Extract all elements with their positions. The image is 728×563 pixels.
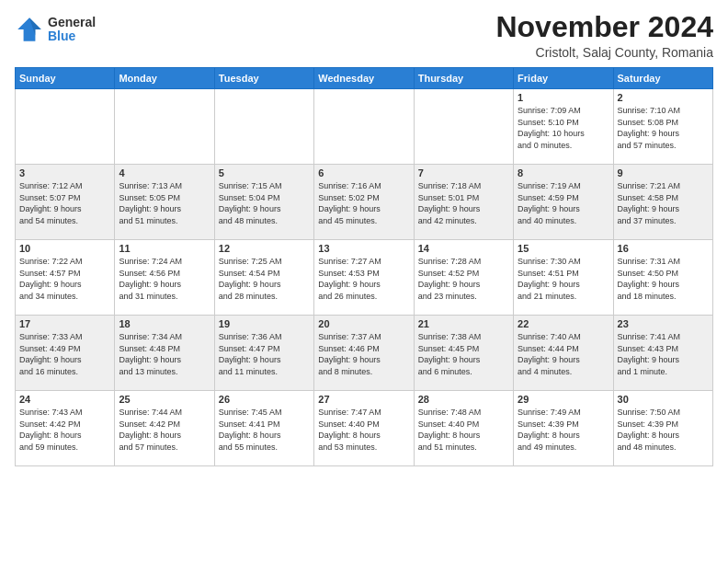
table-row: 25Sunrise: 7:44 AMSunset: 4:42 PMDayligh… <box>115 391 214 466</box>
day-number: 6 <box>318 167 409 178</box>
table-row <box>214 89 313 165</box>
day-info-line: Sunset: 5:08 PM <box>618 118 679 127</box>
day-info-line: and 18 minutes. <box>618 292 677 301</box>
day-info-line: Daylight: 9 hours <box>219 355 281 364</box>
day-info-line: Sunset: 4:52 PM <box>418 269 480 278</box>
day-info-line: Sunrise: 7:19 AM <box>518 181 581 190</box>
header: General Blue November 2024 Cristolt, Sal… <box>15 11 713 60</box>
day-info-line: Sunrise: 7:38 AM <box>418 332 482 341</box>
day-info: Sunrise: 7:33 AMSunset: 4:49 PMDaylight:… <box>19 331 110 377</box>
table-row: 29Sunrise: 7:49 AMSunset: 4:39 PMDayligh… <box>514 391 613 466</box>
day-info-line: and 6 minutes. <box>418 367 472 376</box>
day-number: 16 <box>618 243 709 254</box>
day-info-line: Daylight: 8 hours <box>19 431 82 440</box>
location: Cristolt, Salaj County, Romania <box>495 45 713 60</box>
day-number: 7 <box>418 167 509 178</box>
day-info-line: Sunset: 4:43 PM <box>618 344 679 353</box>
day-info-line: and 31 minutes. <box>119 292 177 301</box>
day-info-line: Daylight: 9 hours <box>318 204 381 213</box>
table-row: 17Sunrise: 7:33 AMSunset: 4:49 PMDayligh… <box>16 316 115 391</box>
day-info-line: Daylight: 9 hours <box>518 355 580 364</box>
day-info-line: and 48 minutes. <box>219 216 278 225</box>
day-info-line: Sunrise: 7:33 AM <box>19 332 83 341</box>
day-number: 10 <box>19 243 110 254</box>
day-info-line: Sunrise: 7:12 AM <box>19 181 83 190</box>
day-info-line: Sunset: 4:56 PM <box>119 269 180 278</box>
day-number: 15 <box>518 243 609 254</box>
day-number: 19 <box>219 318 310 329</box>
calendar-row: 3Sunrise: 7:12 AMSunset: 5:07 PMDaylight… <box>16 165 713 240</box>
day-info: Sunrise: 7:18 AMSunset: 5:01 PMDaylight:… <box>418 180 509 226</box>
day-info-line: Daylight: 9 hours <box>518 280 580 289</box>
day-info-line: Sunset: 4:45 PM <box>418 344 480 353</box>
day-info-line: Sunset: 4:48 PM <box>119 344 180 353</box>
day-info-line: Sunrise: 7:41 AM <box>618 332 681 341</box>
col-thursday: Thursday <box>414 68 513 89</box>
day-info-line: Daylight: 9 hours <box>518 204 580 213</box>
header-row: Sunday Monday Tuesday Wednesday Thursday… <box>16 68 713 89</box>
day-info-line: Sunset: 4:40 PM <box>318 419 380 429</box>
day-info: Sunrise: 7:19 AMSunset: 4:59 PMDaylight:… <box>518 180 609 226</box>
day-info-line: Sunset: 4:53 PM <box>318 269 380 278</box>
day-info-line: Sunrise: 7:47 AM <box>318 408 381 417</box>
day-info-line: and 11 minutes. <box>219 367 278 376</box>
day-info-line: Daylight: 8 hours <box>119 431 181 440</box>
table-row: 12Sunrise: 7:25 AMSunset: 4:54 PMDayligh… <box>214 240 313 316</box>
day-number: 1 <box>518 92 609 103</box>
day-info-line: Sunrise: 7:37 AM <box>318 332 381 341</box>
day-info-line: Daylight: 9 hours <box>119 204 181 213</box>
day-info-line: and 13 minutes. <box>119 367 177 376</box>
day-info-line: Daylight: 9 hours <box>19 204 82 213</box>
table-row: 14Sunrise: 7:28 AMSunset: 4:52 PMDayligh… <box>414 240 513 316</box>
day-info-line: Sunset: 4:42 PM <box>119 419 180 429</box>
table-row: 13Sunrise: 7:27 AMSunset: 4:53 PMDayligh… <box>314 240 414 316</box>
day-info-line: Sunrise: 7:34 AM <box>119 332 182 341</box>
day-info-line: Sunset: 4:51 PM <box>518 269 579 278</box>
day-number: 20 <box>318 318 409 329</box>
day-info-line: and 49 minutes. <box>518 442 576 452</box>
table-row: 19Sunrise: 7:36 AMSunset: 4:47 PMDayligh… <box>214 316 313 391</box>
day-info: Sunrise: 7:48 AMSunset: 4:40 PMDaylight:… <box>418 407 509 453</box>
day-info: Sunrise: 7:30 AMSunset: 4:51 PMDaylight:… <box>518 256 609 302</box>
day-info-line: Sunrise: 7:50 AM <box>618 408 681 417</box>
day-info: Sunrise: 7:37 AMSunset: 4:46 PMDaylight:… <box>318 331 409 377</box>
day-info-line: Sunrise: 7:09 AM <box>518 106 581 115</box>
day-number: 29 <box>518 394 609 405</box>
table-row: 1Sunrise: 7:09 AMSunset: 5:10 PMDaylight… <box>514 89 613 165</box>
calendar-row: 1Sunrise: 7:09 AMSunset: 5:10 PMDaylight… <box>16 89 713 165</box>
day-info-line: Sunset: 5:04 PM <box>219 193 280 202</box>
calendar-row: 17Sunrise: 7:33 AMSunset: 4:49 PMDayligh… <box>16 316 713 391</box>
day-number: 18 <box>119 318 210 329</box>
day-info-line: and 0 minutes. <box>518 141 572 150</box>
day-number: 12 <box>219 243 310 254</box>
day-info-line: Daylight: 9 hours <box>418 280 481 289</box>
day-info-line: Sunset: 4:54 PM <box>219 269 280 278</box>
day-info-line: and 53 minutes. <box>318 442 377 452</box>
calendar-row: 24Sunrise: 7:43 AMSunset: 4:42 PMDayligh… <box>16 391 713 466</box>
day-info-line: Daylight: 9 hours <box>618 280 680 289</box>
day-info-line: and 26 minutes. <box>318 292 377 301</box>
day-info-line: and 4 minutes. <box>518 367 572 376</box>
table-row: 9Sunrise: 7:21 AMSunset: 4:58 PMDaylight… <box>613 165 712 240</box>
table-row: 16Sunrise: 7:31 AMSunset: 4:50 PMDayligh… <box>613 240 712 316</box>
day-number: 5 <box>219 167 310 178</box>
day-info-line: and 51 minutes. <box>418 442 477 452</box>
day-number: 24 <box>19 394 110 405</box>
table-row: 27Sunrise: 7:47 AMSunset: 4:40 PMDayligh… <box>314 391 414 466</box>
day-info: Sunrise: 7:40 AMSunset: 4:44 PMDaylight:… <box>518 331 609 377</box>
day-info-line: and 57 minutes. <box>119 442 177 452</box>
day-info: Sunrise: 7:21 AMSunset: 4:58 PMDaylight:… <box>618 180 709 226</box>
day-number: 17 <box>19 318 110 329</box>
day-info-line: Sunrise: 7:16 AM <box>318 181 381 190</box>
table-row: 4Sunrise: 7:13 AMSunset: 5:05 PMDaylight… <box>115 165 214 240</box>
day-number: 22 <box>518 318 609 329</box>
day-info: Sunrise: 7:25 AMSunset: 4:54 PMDaylight:… <box>219 256 310 302</box>
day-info: Sunrise: 7:38 AMSunset: 4:45 PMDaylight:… <box>418 331 509 377</box>
table-row: 20Sunrise: 7:37 AMSunset: 4:46 PMDayligh… <box>314 316 414 391</box>
day-info: Sunrise: 7:34 AMSunset: 4:48 PMDaylight:… <box>119 331 210 377</box>
day-info-line: Sunrise: 7:48 AM <box>418 408 482 417</box>
day-info: Sunrise: 7:13 AMSunset: 5:05 PMDaylight:… <box>119 180 210 226</box>
day-info-line: Sunrise: 7:36 AM <box>219 332 282 341</box>
day-number: 9 <box>618 167 709 178</box>
table-row: 8Sunrise: 7:19 AMSunset: 4:59 PMDaylight… <box>514 165 613 240</box>
